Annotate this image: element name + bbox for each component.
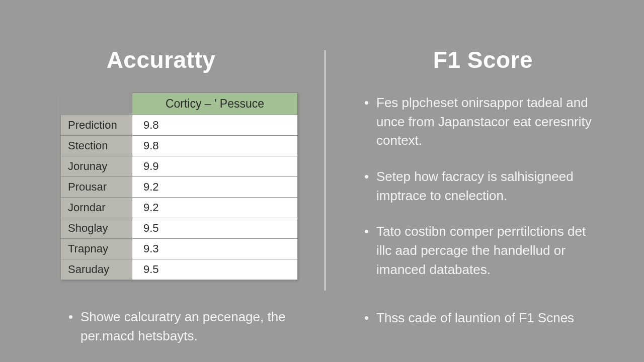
left-heading: Accuratty [0, 46, 322, 73]
row-label: Saruday [61, 259, 132, 280]
table-row: Trapnay 9.3 [61, 239, 298, 259]
table-row: Jorndar 9.2 [61, 198, 298, 218]
table-row: Shoglay 9.5 [61, 218, 298, 239]
row-label: Shoglay [61, 218, 132, 239]
list-item: Fes plpcheset onirsappor tadeal and unce… [362, 94, 604, 150]
table-row: Saruday 9.5 [61, 259, 298, 280]
row-value: 9.8 [132, 136, 298, 156]
right-bullets-lower: Thss cade of launtion of F1 Scnes [362, 309, 604, 345]
row-label: Jorunay [61, 156, 132, 177]
row-label: Jorndar [61, 198, 132, 218]
row-value: 9.8 [132, 115, 298, 136]
table-row: Prediction 9.8 [61, 115, 298, 136]
table-row: Jorunay 9.9 [61, 156, 298, 177]
accuracy-table: Corticy – ' Pessuce Prediction 9.8 Stect… [60, 93, 298, 280]
row-value: 9.3 [132, 239, 298, 259]
row-label: Prediction [61, 115, 132, 136]
row-value: 9.5 [132, 218, 298, 239]
list-item: Thss cade of launtion of F1 Scnes [362, 309, 604, 328]
row-label: Trapnay [61, 239, 132, 259]
table-header: Corticy – ' Pessuce [132, 93, 298, 115]
row-label: Prousar [61, 177, 132, 198]
row-label: Stection [61, 136, 132, 156]
table-row: Stection 9.8 [61, 136, 298, 156]
table-row: Prousar 9.2 [61, 177, 298, 198]
list-item: Setep how facracy is salhisigneed imptra… [362, 167, 604, 205]
left-bullets: Showe calcuratry an pecenage, the per.ma… [66, 308, 308, 362]
row-value: 9.2 [132, 177, 298, 198]
row-value: 9.2 [132, 198, 298, 218]
list-item: Tato costibn comper perrtilctions det il… [362, 222, 604, 279]
right-heading: F1 Score [322, 46, 644, 73]
list-item: Showe calcuratry an pecenage, the per.ma… [66, 308, 308, 345]
row-value: 9.5 [132, 259, 298, 280]
right-bullets: Fes plpcheset onirsappor tadeal and unce… [362, 94, 604, 297]
table-blank-corner [61, 93, 132, 115]
row-value: 9.9 [132, 156, 298, 177]
